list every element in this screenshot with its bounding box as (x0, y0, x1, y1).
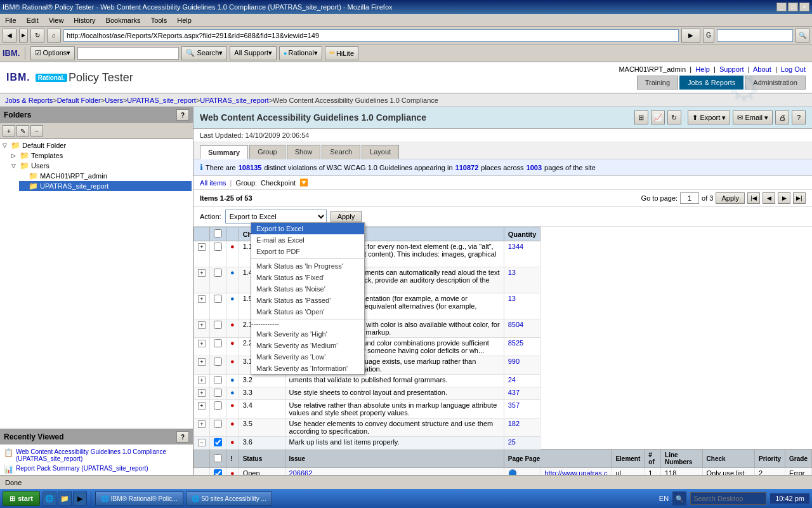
places-link[interactable]: 110872 (455, 164, 479, 171)
go-button[interactable]: ▶ (681, 29, 700, 43)
action-dropdown-menu[interactable]: Export to Excel E-mail as Excel Export t… (251, 222, 365, 375)
rational-button[interactable]: ● Rational▾ (279, 46, 322, 60)
tree-toggle-users[interactable]: ▽ (11, 163, 18, 169)
row-expand-9[interactable]: + (198, 402, 206, 410)
export-button[interactable]: ⬆ Export ▾ (688, 110, 730, 124)
row-expand-4[interactable]: + (198, 321, 206, 329)
sidebar-help[interactable]: ? (176, 109, 189, 121)
row-check-7[interactable] (214, 376, 222, 384)
rv-item-2[interactable]: 📊 Report Pack Summary (UPATRAS_site_repo… (3, 464, 190, 475)
logout-link[interactable]: Log Out (781, 65, 806, 73)
tree-item-users[interactable]: ▽ 📁 Users (10, 161, 192, 171)
breadcrumb-upatras2[interactable]: UPATRAS_site_report (200, 97, 268, 104)
filter-icon[interactable]: 🔽 (299, 178, 308, 187)
tree-item-upatras[interactable]: 📁 UPATRAS_site_report (19, 181, 192, 191)
home-button[interactable]: ⌂ (47, 29, 61, 43)
dropdown-item-export-pdf[interactable]: Export to PDF (251, 246, 364, 257)
dropdown-item-low[interactable]: Mark Severity as 'Low' (251, 351, 364, 363)
quantity-10[interactable]: 182 (508, 420, 520, 427)
dropdown-item-export-excel[interactable]: Export to Excel (251, 223, 364, 234)
rv-item-1[interactable]: 📋 Web Content Accessibility Guidelines 1… (3, 447, 190, 464)
quantity-4[interactable]: 8504 (508, 321, 523, 328)
toolbar-refresh[interactable]: ↻ (667, 110, 681, 124)
violations-link[interactable]: 108135 (239, 164, 262, 171)
action-select[interactable]: Export to Excel E-mail as Excel Export t… (225, 210, 327, 224)
folders-help-button[interactable]: ? (176, 109, 189, 121)
row-check-11[interactable] (214, 438, 222, 446)
prev-page-button[interactable]: ◀ (763, 192, 775, 204)
dropdown-item-email-excel[interactable]: E-mail as Excel (251, 234, 364, 246)
all-items-link[interactable]: All items (200, 179, 226, 187)
page-apply-button[interactable]: Apply (716, 192, 745, 204)
col-quantity[interactable]: Quantity (504, 227, 540, 241)
quantity-11[interactable]: 25 (508, 438, 516, 446)
email-button[interactable]: ✉ Email ▾ (733, 110, 773, 124)
dropdown-item-noise[interactable]: Mark Status as 'Noise' (251, 283, 364, 295)
tab-layout[interactable]: Layout (362, 145, 399, 159)
address-input[interactable] (63, 29, 679, 42)
row-expand-8[interactable]: + (198, 389, 206, 397)
search-go-button[interactable]: 🔍 (796, 29, 809, 43)
tree-item-mach01[interactable]: 📁 MACH01\RPT_admin (19, 171, 192, 181)
next-page-button[interactable]: ▶ (778, 192, 790, 204)
tab-jobs-reports[interactable]: Jobs & Reports (679, 76, 743, 90)
tree-toggle-default[interactable]: ▽ (3, 142, 9, 149)
select-all-checkbox[interactable] (214, 229, 222, 237)
menu-tools[interactable]: Tools (148, 15, 170, 25)
help-link[interactable]: Help (695, 65, 710, 73)
options-button[interactable]: ☑ Options▾ (30, 46, 75, 60)
forward-button[interactable]: ▶ (19, 29, 28, 43)
row-check-5[interactable] (214, 339, 222, 347)
row-expand-11[interactable]: − (198, 439, 206, 446)
dropdown-item-high[interactable]: Mark Severity as 'High' (251, 328, 364, 340)
breadcrumb-jobs-reports[interactable]: Jobs & Reports (5, 97, 53, 104)
tab-show[interactable]: Show (287, 145, 321, 159)
minimize-button[interactable]: _ (776, 3, 787, 11)
add-folder-button[interactable]: + (3, 125, 15, 137)
help-content-button[interactable]: ? (792, 110, 806, 124)
row-expand-3[interactable]: + (198, 295, 206, 303)
quantity-3[interactable]: 13 (508, 295, 516, 302)
menu-view[interactable]: View (46, 15, 67, 25)
dropdown-item-medium[interactable]: Mark Severity as 'Medium' (251, 340, 364, 351)
toolbar-icon-1[interactable]: ⊞ (634, 110, 648, 124)
tree-item-default-folder[interactable]: ▽ 📁 Default Folder (1, 140, 192, 150)
dropdown-item-fixed[interactable]: Mark Status as 'Fixed' (251, 272, 364, 283)
tab-administration[interactable]: Administration (745, 76, 806, 90)
row-expand-6[interactable]: + (198, 358, 206, 366)
about-link[interactable]: About (753, 65, 771, 73)
first-page-button[interactable]: |◀ (747, 192, 760, 204)
menu-file[interactable]: File (3, 15, 19, 25)
close-button[interactable]: × (799, 3, 809, 11)
dropdown-item-passed[interactable]: Mark Status as 'Passed' (251, 295, 364, 306)
action-apply-button[interactable]: Apply (331, 211, 362, 222)
breadcrumb-users[interactable]: Users (105, 97, 123, 104)
search-engine-button[interactable]: G (703, 29, 714, 43)
print-button[interactable]: 🖨 (775, 110, 789, 124)
menu-edit[interactable]: Edit (24, 15, 41, 25)
search-button[interactable]: 🔍 Search▾ (181, 46, 227, 60)
browser-search-input[interactable] (717, 29, 793, 42)
dropdown-item-in-progress[interactable]: Mark Status as 'In Progress' (251, 260, 364, 272)
toolbar-search-input[interactable] (77, 47, 179, 60)
row-check-10[interactable] (214, 420, 222, 428)
row-check-2[interactable] (214, 269, 222, 277)
maximize-button[interactable]: □ (788, 3, 798, 11)
window-controls[interactable]: _ □ × (776, 3, 809, 11)
menu-bookmarks[interactable]: Bookmarks (103, 15, 143, 25)
menu-help[interactable]: Help (174, 15, 194, 25)
quantity-7[interactable]: 24 (508, 376, 516, 384)
tree-toggle-templates[interactable]: ▷ (11, 152, 18, 159)
reload-button[interactable]: ↻ (30, 29, 44, 43)
quantity-5[interactable]: 8525 (508, 339, 523, 347)
breadcrumb-upatras1[interactable]: UPATRAS_site_report (127, 97, 195, 104)
tab-group[interactable]: Group (249, 145, 285, 159)
dropdown-item-open[interactable]: Mark Status as 'Open' (251, 306, 364, 318)
rv-help-button[interactable]: ? (176, 431, 189, 443)
row-check-1[interactable] (214, 243, 222, 251)
quantity-1[interactable]: 1344 (508, 243, 523, 250)
tab-training[interactable]: Training (637, 76, 678, 90)
row-check-3[interactable] (214, 295, 222, 303)
quantity-9[interactable]: 357 (508, 401, 520, 409)
hilite-button[interactable]: ✏ HiLite (325, 46, 358, 60)
